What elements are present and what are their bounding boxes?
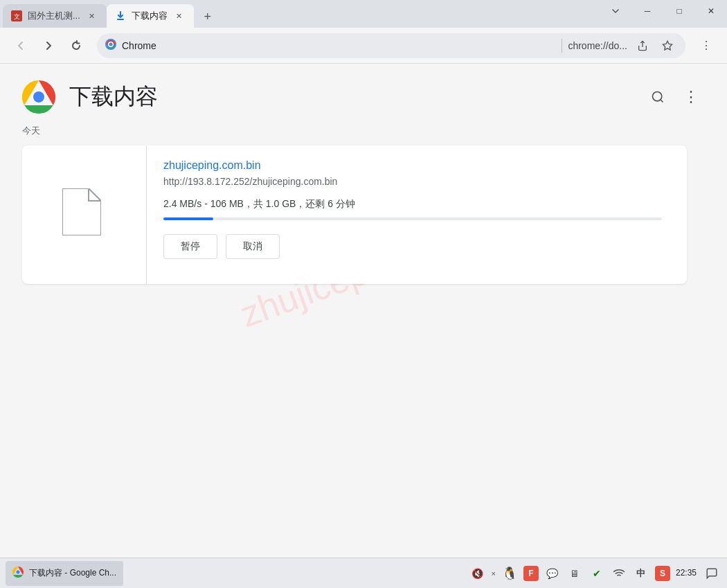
progress-bar-container — [163, 217, 662, 220]
check-icon[interactable]: ✔ — [589, 565, 605, 582]
address-bar[interactable]: Chrome chrome://do... — [97, 33, 685, 58]
notification-icon[interactable] — [702, 564, 721, 583]
address-text: Chrome — [122, 40, 556, 51]
taskbar: 下载内容 - Google Ch... 🔇 × 🐧 F 💬 🖥 ✔ 中 S 22… — [0, 558, 727, 588]
section-date-label: 今天 — [22, 125, 705, 137]
page-header: 下载内容 ⋮ — [0, 64, 727, 125]
chevron-down-icon[interactable] — [600, 0, 631, 22]
language-icon[interactable]: 中 — [633, 565, 649, 582]
download-info: zhujiceping.com.bin http://193.8.172.252… — [147, 145, 687, 284]
taskbar-app-chrome[interactable]: 下载内容 - Google Ch... — [6, 561, 123, 586]
address-url: chrome://do... — [568, 40, 627, 51]
qq-icon[interactable]: 🐧 — [501, 565, 518, 582]
download-icon-section — [22, 145, 147, 284]
page-title: 下载内容 — [69, 82, 644, 112]
forward-button[interactable] — [36, 33, 61, 58]
tab-2-title: 下载内容 — [132, 10, 168, 22]
share-icon[interactable] — [633, 36, 652, 55]
download-actions: 暂停 取消 — [163, 234, 670, 259]
tab-2-favicon — [115, 10, 126, 21]
file-icon — [62, 188, 107, 241]
foxmail-icon[interactable]: F — [523, 566, 539, 581]
search-button[interactable] — [644, 83, 672, 111]
tab-2[interactable]: 下载内容 ✕ — [107, 4, 194, 28]
taskbar-app-label: 下载内容 - Google Ch... — [29, 567, 116, 579]
progress-bar-fill — [163, 217, 213, 220]
reload-button[interactable] — [64, 33, 89, 58]
screen-icon[interactable]: 🖥 — [566, 565, 583, 582]
svg-rect-2 — [117, 19, 124, 20]
download-progress-text: 2.4 MB/s - 106 MB，共 1.0 GB，还剩 6 分钟 — [163, 198, 670, 211]
maximize-button[interactable]: □ — [663, 0, 695, 22]
sougou-icon[interactable]: S — [655, 566, 670, 581]
cancel-button[interactable]: 取消 — [226, 234, 280, 259]
tab-1-close[interactable]: ✕ — [86, 10, 98, 22]
tab-2-close[interactable]: ✕ — [173, 10, 186, 22]
wechat-icon[interactable]: 💬 — [544, 565, 561, 582]
chrome-site-icon — [105, 39, 116, 52]
volume-x-icon: × — [492, 569, 496, 578]
new-tab-button[interactable]: + — [197, 6, 219, 28]
taskbar-time: 22:35 — [676, 568, 697, 579]
minimize-button[interactable]: ─ — [631, 0, 663, 22]
taskbar-right: 🔇 × 🐧 F 💬 🖥 ✔ 中 S 22:35 — [469, 564, 721, 583]
wifi-icon[interactable] — [611, 565, 627, 582]
more-button[interactable]: ⋮ — [677, 83, 705, 111]
svg-marker-9 — [663, 41, 672, 50]
downloads-section: 今天 zhujiceping.com.bin http://193.8.172.… — [0, 125, 727, 284]
download-card: zhujiceping.com.bin http://193.8.172.252… — [22, 145, 687, 284]
volume-icon[interactable]: 🔇 — [469, 565, 486, 582]
close-button[interactable]: ✕ — [695, 0, 727, 22]
star-icon[interactable] — [658, 36, 677, 55]
download-url: http://193.8.172.252/zhujiceping.com.bin — [163, 176, 670, 187]
navigation-bar: Chrome chrome://do... ⋮ — [0, 28, 727, 64]
svg-point-8 — [109, 43, 113, 46]
svg-point-13 — [653, 92, 662, 101]
svg-text:文: 文 — [14, 13, 20, 20]
chrome-logo — [22, 80, 55, 114]
browser-menu-button[interactable]: ⋮ — [694, 33, 719, 58]
svg-point-12 — [33, 91, 44, 103]
header-actions: ⋮ — [644, 83, 705, 111]
page-content: zhujiceping.com 下载内容 — [0, 64, 727, 558]
address-divider — [562, 39, 562, 53]
pause-button[interactable]: 暂停 — [163, 234, 217, 259]
svg-line-14 — [661, 100, 663, 103]
tab-1[interactable]: 文 国外主机测... ✕ — [3, 4, 107, 28]
taskbar-chrome-icon — [12, 567, 24, 580]
tab-1-favicon: 文 — [11, 10, 22, 21]
back-button — [8, 33, 33, 58]
svg-point-16 — [16, 570, 19, 573]
download-filename[interactable]: zhujiceping.com.bin — [163, 159, 670, 172]
tab-1-title: 国外主机测... — [28, 10, 80, 22]
